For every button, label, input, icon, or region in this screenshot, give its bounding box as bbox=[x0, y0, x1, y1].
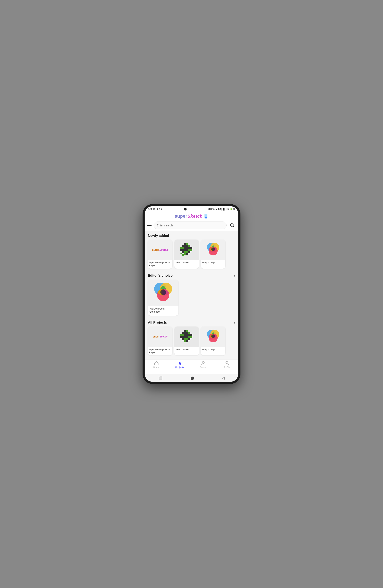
phone-frame: 6:58 Ⓑ ◁ ▷ ▷ 0.2KB/s ▲ 3G ▌▌▌ H+ 🔋 72 su… bbox=[143, 204, 240, 384]
svg-rect-35 bbox=[184, 253, 185, 254]
svg-point-43 bbox=[160, 289, 166, 295]
root-checker-icon bbox=[178, 242, 195, 258]
editors-choice-title: Editor's choice bbox=[148, 273, 172, 278]
svg-rect-2 bbox=[205, 218, 207, 218]
svg-rect-53 bbox=[186, 334, 188, 336]
editors-choice-header[interactable]: Editor's choice › bbox=[145, 271, 238, 279]
all-projects-title: All Projects bbox=[148, 320, 167, 325]
editor-card-colorgenerator[interactable]: Random Color Generator bbox=[148, 279, 178, 316]
svg-point-73 bbox=[202, 361, 204, 363]
newly-added-list: superSketch superSketch | Official Proje… bbox=[145, 239, 238, 271]
svg-rect-33 bbox=[180, 253, 182, 254]
editors-choice-list: Random Color Generator bbox=[145, 279, 238, 318]
svg-rect-46 bbox=[182, 332, 184, 334]
app-card-label-rootchecker: Root Checker bbox=[174, 260, 199, 266]
svg-rect-10 bbox=[186, 243, 188, 245]
svg-rect-48 bbox=[186, 332, 188, 334]
newly-added-title: Newly added bbox=[148, 234, 169, 238]
svg-rect-55 bbox=[190, 334, 192, 336]
svg-rect-66 bbox=[184, 340, 186, 342]
svg-rect-3 bbox=[205, 215, 206, 215]
svg-rect-65 bbox=[188, 338, 190, 340]
all-projects-img-supersketch: superSketch bbox=[148, 326, 172, 347]
hamburger-menu[interactable] bbox=[147, 224, 152, 227]
nav-label-server: Server bbox=[200, 366, 206, 369]
color-circles-icon-editor bbox=[152, 282, 174, 304]
svg-rect-4 bbox=[206, 215, 207, 215]
svg-rect-9 bbox=[184, 243, 186, 245]
svg-point-39 bbox=[211, 248, 215, 251]
svg-rect-52 bbox=[184, 334, 186, 336]
all-projects-card-supersketch[interactable]: superSketch superSketch | Official Proje… bbox=[148, 326, 172, 356]
nav-item-server[interactable]: Server bbox=[192, 361, 215, 369]
battery-icon: 🔋 bbox=[230, 208, 232, 210]
all-projects-label-dragdrop: Drag & Drop bbox=[201, 347, 225, 353]
app-card-dragdrop[interactable]: Drag & Drop bbox=[201, 239, 225, 269]
svg-rect-25 bbox=[188, 249, 190, 251]
profile-icon bbox=[224, 361, 229, 366]
svg-marker-72 bbox=[178, 361, 182, 365]
svg-point-71 bbox=[211, 335, 215, 338]
svg-rect-26 bbox=[190, 249, 192, 251]
nav-label-home: Home bbox=[153, 366, 159, 369]
home-icon bbox=[154, 361, 159, 366]
editors-choice-chevron[interactable]: › bbox=[234, 273, 235, 278]
svg-rect-29 bbox=[186, 251, 188, 253]
svg-rect-61 bbox=[190, 336, 192, 338]
phone-screen: 6:58 Ⓑ ◁ ▷ ▷ 0.2KB/s ▲ 3G ▌▌▌ H+ 🔋 72 su… bbox=[145, 206, 238, 382]
projects-icon bbox=[177, 361, 182, 366]
svg-rect-57 bbox=[182, 336, 184, 338]
svg-rect-5 bbox=[205, 216, 206, 216]
system-nav-bar: ⬜ ⬤ ◁ bbox=[145, 374, 238, 382]
svg-rect-45 bbox=[186, 330, 188, 332]
app-card-rootchecker[interactable]: Root Checker bbox=[174, 239, 199, 269]
search-input[interactable] bbox=[153, 222, 227, 229]
bottom-nav: Home Projects Server bbox=[145, 359, 238, 374]
nav-item-profile[interactable]: Profile bbox=[215, 361, 238, 369]
sys-nav-circle[interactable]: ⬤ bbox=[191, 376, 194, 380]
newly-added-header: Newly added bbox=[145, 231, 238, 239]
all-projects-chevron[interactable]: › bbox=[234, 320, 235, 325]
data-speed: 0.2KB/s bbox=[208, 208, 215, 210]
svg-rect-17 bbox=[184, 247, 186, 249]
all-projects-label-supersketch: superSketch | Official Project bbox=[148, 347, 172, 356]
svg-rect-16 bbox=[182, 247, 184, 249]
svg-rect-21 bbox=[180, 249, 182, 251]
svg-rect-13 bbox=[186, 245, 188, 247]
all-projects-card-rootchecker[interactable]: Root Checker bbox=[174, 326, 199, 356]
svg-rect-49 bbox=[188, 332, 190, 334]
color-circles-icon-allprojects bbox=[205, 329, 221, 345]
svg-rect-34 bbox=[182, 254, 184, 256]
svg-rect-15 bbox=[180, 247, 182, 249]
all-projects-header[interactable]: All Projects › bbox=[145, 318, 238, 326]
title-sketch: Sketch bbox=[187, 213, 203, 219]
app-card-supersketch[interactable]: superSketch superSketch | Official Proje… bbox=[148, 239, 172, 269]
app-logo: superSketch bbox=[174, 213, 209, 219]
app-bar: superSketch bbox=[145, 212, 238, 220]
network2-label: H+ bbox=[227, 208, 229, 210]
all-projects-label-rootchecker: Root Checker bbox=[174, 347, 199, 353]
all-projects-card-dragdrop[interactable]: Drag & Drop bbox=[201, 326, 225, 356]
signal-icon: ▲ bbox=[216, 208, 218, 210]
network-label: 3G bbox=[218, 208, 221, 210]
sys-nav-square[interactable]: ⬜ bbox=[158, 376, 163, 380]
svg-rect-54 bbox=[188, 334, 190, 336]
phone-pixel-icon bbox=[204, 214, 209, 219]
nav-item-home[interactable]: Home bbox=[145, 361, 168, 369]
svg-rect-51 bbox=[182, 334, 184, 336]
svg-rect-44 bbox=[184, 330, 186, 332]
search-button[interactable] bbox=[229, 222, 236, 229]
nav-item-projects[interactable]: Projects bbox=[168, 361, 192, 369]
all-projects-list: superSketch superSketch | Official Proje… bbox=[145, 326, 238, 358]
status-icons: Ⓑ ◁ ▷ ▷ bbox=[153, 208, 163, 210]
svg-rect-64 bbox=[186, 338, 188, 340]
battery-level: 72 bbox=[233, 208, 235, 210]
sys-nav-back[interactable]: ◁ bbox=[222, 376, 225, 380]
camera-dot bbox=[184, 208, 187, 210]
search-icon bbox=[230, 223, 234, 228]
status-right-icons: 0.2KB/s ▲ 3G ▌▌▌ H+ 🔋 72 bbox=[208, 208, 235, 210]
svg-rect-19 bbox=[188, 247, 190, 249]
root-checker-icon-2 bbox=[178, 329, 195, 345]
app-card-label-dragdrop: Drag & Drop bbox=[201, 260, 225, 266]
svg-rect-59 bbox=[186, 336, 188, 338]
